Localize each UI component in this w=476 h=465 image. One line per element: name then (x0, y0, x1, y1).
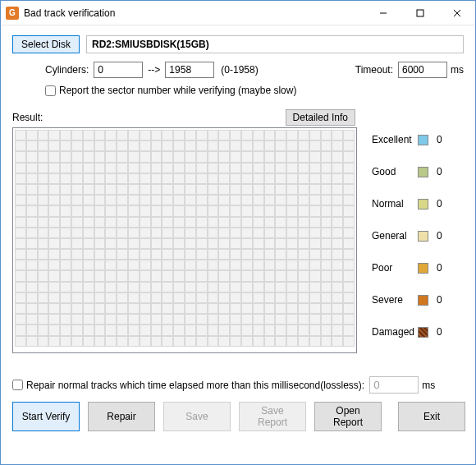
grid-cell (196, 282, 208, 292)
grid-cell (208, 205, 219, 216)
grid-cell (253, 282, 264, 292)
grid-cell (208, 173, 219, 184)
minimize-button[interactable] (364, 1, 401, 25)
grid-cell (321, 270, 332, 281)
grid-cell (264, 151, 276, 162)
grid-cell (48, 238, 60, 249)
grid-cell (196, 228, 208, 238)
grid-cell (60, 163, 71, 173)
grid-cell (241, 151, 253, 162)
select-disk-button[interactable]: Select Disk (12, 35, 80, 53)
grid-cell (309, 270, 321, 281)
grid-cell (162, 130, 173, 140)
grid-cell (60, 173, 71, 184)
grid-cell (298, 292, 309, 303)
repair-button[interactable]: Repair (88, 402, 155, 431)
grid-cell (117, 173, 128, 184)
grid-cell (38, 217, 49, 228)
grid-cell (332, 228, 343, 238)
grid-cell (128, 260, 140, 270)
grid-cell (71, 336, 83, 347)
grid-cell (151, 238, 162, 249)
grid-cell (218, 205, 230, 216)
grid-cell (128, 270, 140, 281)
report-sector-checkbox[interactable] (45, 85, 56, 96)
grid-cell (26, 292, 38, 303)
grid-cell (83, 270, 94, 281)
grid-cell (286, 184, 298, 195)
grid-cell (208, 314, 219, 325)
grid-cell (253, 303, 264, 314)
grid-cell (321, 314, 332, 325)
grid-cell (128, 292, 140, 303)
grid-cell (241, 336, 253, 347)
grid-cell (321, 249, 332, 260)
grid-cell (71, 303, 83, 314)
open-report-button[interactable]: Open Report (314, 402, 382, 431)
cylinders-to-input[interactable] (165, 62, 214, 78)
grid-cell (128, 173, 140, 184)
grid-cell (48, 130, 60, 140)
grid-cell (140, 151, 151, 162)
grid-cell (253, 260, 264, 270)
grid-cell (15, 238, 26, 249)
grid-cell (94, 238, 106, 249)
grid-cell (105, 336, 117, 347)
grid-cell (128, 238, 140, 249)
grid-cell (15, 336, 26, 347)
grid-cell (26, 314, 38, 325)
grid-cell (71, 314, 83, 325)
exit-button[interactable]: Exit (398, 402, 465, 431)
maximize-button[interactable] (401, 1, 438, 25)
grid-cell (151, 140, 162, 151)
grid-cell (241, 217, 253, 228)
grid-cell (321, 228, 332, 238)
grid-cell (253, 130, 264, 140)
grid-cell (38, 228, 49, 238)
grid-cell (48, 140, 60, 151)
grid-cell (60, 336, 71, 347)
repair-tracks-checkbox[interactable] (12, 380, 23, 390)
swatch-good (418, 167, 428, 177)
grid-cell (196, 303, 208, 314)
grid-cell (151, 217, 162, 228)
grid-cell (60, 151, 71, 162)
grid-cell (105, 173, 117, 184)
grid-cell (208, 270, 219, 281)
cylinders-from-input[interactable] (94, 62, 143, 78)
grid-cell (94, 303, 106, 314)
grid-cell (321, 325, 332, 335)
grid-cell (185, 314, 196, 325)
grid-cell (208, 238, 219, 249)
grid-cell (71, 217, 83, 228)
grid-cell (140, 270, 151, 281)
grid-cell (218, 163, 230, 173)
grid-cell (230, 282, 241, 292)
timeout-input[interactable] (398, 62, 447, 78)
grid-cell (321, 173, 332, 184)
grid-cell (332, 303, 343, 314)
grid-cell (117, 130, 128, 140)
grid-cell (309, 292, 321, 303)
grid-cell (275, 260, 286, 270)
grid-cell (286, 314, 298, 325)
grid-cell (343, 260, 355, 270)
grid-cell (15, 314, 26, 325)
grid-cell (218, 336, 230, 347)
grid-cell (275, 140, 286, 151)
start-verify-button[interactable]: Start Verify (12, 402, 80, 431)
grid-cell (26, 303, 38, 314)
grid-cell (38, 173, 49, 184)
close-button[interactable] (438, 1, 475, 25)
titlebar: G Bad track verification (1, 1, 475, 25)
grid-cell (309, 325, 321, 335)
grid-cell (196, 336, 208, 347)
grid-cell (38, 249, 49, 260)
grid-cell (26, 151, 38, 162)
grid-cell (105, 314, 117, 325)
grid-cell (94, 140, 106, 151)
grid-cell (94, 336, 106, 347)
grid-cell (83, 238, 94, 249)
grid-cell (48, 292, 60, 303)
detailed-info-button[interactable]: Detailed Info (286, 109, 355, 126)
